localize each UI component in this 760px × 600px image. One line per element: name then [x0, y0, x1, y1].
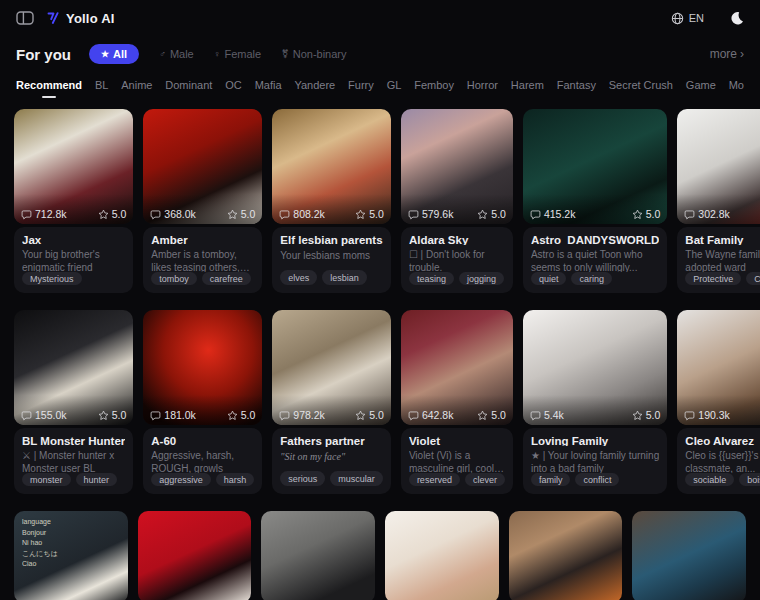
- category-tab-label: OC: [225, 79, 242, 91]
- category-tab[interactable]: Dominant: [165, 75, 212, 99]
- card-tag: Controlling: [746, 272, 760, 285]
- character-name: Astro_DANDYSWORLD: [531, 234, 659, 245]
- character-image: 155.0k 5.0: [14, 310, 133, 425]
- card-stats: 155.0k 5.0: [14, 395, 133, 425]
- character-description: Amber is a tomboy, likes teasing others,…: [151, 248, 254, 272]
- character-card[interactable]: 642.8k 5.0 Violet Violet (Vi) is a mascu…: [401, 310, 513, 494]
- star-icon: [477, 209, 488, 220]
- rating-value: 5.0: [491, 208, 506, 220]
- character-description: ⚔ | Monster hunter x Monster user BL: [22, 449, 125, 473]
- character-card-partial[interactable]: [261, 511, 375, 600]
- chat-bubble-icon: [150, 410, 161, 421]
- character-image: 808.2k 5.0: [272, 109, 391, 224]
- more-link[interactable]: more ›: [710, 47, 744, 61]
- category-tab[interactable]: Horror: [467, 75, 498, 99]
- card-info: Loving Family ★ | Your loving family tur…: [523, 428, 667, 494]
- category-tab[interactable]: Fantasy: [557, 75, 596, 99]
- category-tab[interactable]: Game: [686, 75, 716, 99]
- character-card[interactable]: 579.6k 5.0 Aldara Sky ☐ | Don't look for…: [401, 109, 513, 293]
- chat-bubble-icon: [21, 410, 32, 421]
- globe-icon: [671, 12, 684, 25]
- category-tab[interactable]: Anime: [121, 75, 152, 99]
- gender-filter-label: Male: [170, 48, 194, 60]
- chat-count-value: 368.0k: [164, 208, 196, 220]
- character-image: 302.8k 5.0: [677, 109, 760, 224]
- rating: 5.0: [632, 208, 661, 220]
- card-stats: 302.8k 5.0: [677, 194, 760, 224]
- chat-count-value: 579.6k: [422, 208, 454, 220]
- language-switch[interactable]: EN: [671, 12, 704, 25]
- chat-count: 415.2k: [530, 208, 576, 220]
- theme-toggle[interactable]: [730, 11, 744, 25]
- card-tags: aggressiveharsh: [151, 473, 254, 486]
- rating-value: 5.0: [491, 409, 506, 421]
- star-icon: [227, 410, 238, 421]
- character-card[interactable]: 5.4k 5.0 Loving Family ★ | Your loving f…: [523, 310, 667, 494]
- app-logo[interactable]: Yollo AI: [46, 11, 115, 26]
- chat-count: 302.8k: [684, 208, 730, 220]
- character-card[interactable]: 181.0k 5.0 A-60 Aggressive, harsh, ROUGH…: [143, 310, 262, 494]
- sidebar-toggle-icon[interactable]: [16, 11, 34, 25]
- character-card[interactable]: 808.2k 5.0 Elf lesbian parents Your lesb…: [272, 109, 391, 293]
- character-card-partial[interactable]: [509, 511, 623, 600]
- gender-filter-pill[interactable]: ♂ Male: [159, 48, 194, 60]
- rating: 5.0: [227, 409, 256, 421]
- partial-card-row: languageBonjourNi haoこんにちはCiao: [0, 494, 760, 600]
- gender-filter-icon: ♂: [159, 50, 166, 59]
- character-card-partial[interactable]: [632, 511, 746, 600]
- character-card-partial[interactable]: [385, 511, 499, 600]
- character-card[interactable]: 712.8k 5.0 Jax Your big brother's enigma…: [14, 109, 133, 293]
- image-text: Bonjour: [22, 528, 128, 539]
- category-tab[interactable]: OC: [225, 75, 242, 99]
- category-tab-label: Dominant: [165, 79, 212, 91]
- category-tab[interactable]: Recommend: [16, 75, 82, 99]
- rating-value: 5.0: [112, 208, 127, 220]
- rating: 5.0: [98, 208, 127, 220]
- category-tab[interactable]: Harem: [511, 75, 544, 99]
- rating: 5.0: [477, 208, 506, 220]
- category-tab[interactable]: Furry: [348, 75, 374, 99]
- chat-bubble-icon: [150, 209, 161, 220]
- card-tag: caring: [571, 272, 612, 285]
- character-image: 190.3k 5.0: [677, 310, 760, 425]
- category-tab-label: Harem: [511, 79, 544, 91]
- chat-count: 712.8k: [21, 208, 67, 220]
- character-card[interactable]: 978.2k 5.0 Fathers partner "Sit on my fa…: [272, 310, 391, 494]
- category-tab-label: Recommend: [16, 79, 82, 91]
- character-card-partial[interactable]: [138, 511, 252, 600]
- category-tab[interactable]: Mo: [729, 75, 744, 99]
- category-tab[interactable]: GL: [387, 75, 402, 99]
- category-tab[interactable]: Femboy: [414, 75, 454, 99]
- character-name: Amber: [151, 234, 254, 245]
- card-info: Cleo Alvarez Cleo is {{user}}'s seatmate…: [677, 428, 760, 494]
- card-tag: monster: [22, 473, 71, 486]
- gender-filter-pill[interactable]: ⚧ Non-binary: [281, 48, 346, 60]
- character-card[interactable]: 415.2k 5.0 Astro_DANDYSWORLD Astro is a …: [523, 109, 667, 293]
- character-card-partial[interactable]: languageBonjourNi haoこんにちはCiao: [14, 511, 128, 600]
- chat-count: 181.0k: [150, 409, 196, 421]
- category-tab-label: Yandere: [294, 79, 335, 91]
- gender-filter-label: All: [113, 48, 127, 60]
- card-grid: 712.8k 5.0 Jax Your big brother's enigma…: [0, 102, 760, 494]
- chat-count-value: 978.2k: [293, 409, 325, 421]
- category-tab[interactable]: Secret Crush: [609, 75, 673, 99]
- category-tab[interactable]: Yandere: [294, 75, 335, 99]
- category-tab[interactable]: BL: [95, 75, 108, 99]
- category-tab-label: Horror: [467, 79, 498, 91]
- character-image: 368.0k 5.0: [143, 109, 262, 224]
- chat-bubble-icon: [279, 410, 290, 421]
- character-card[interactable]: 155.0k 5.0 BL Monster Hunter ⚔ | Monster…: [14, 310, 133, 494]
- rating-value: 5.0: [241, 208, 256, 220]
- gender-filter-pill[interactable]: ★ All: [89, 44, 139, 64]
- chat-count: 368.0k: [150, 208, 196, 220]
- category-tab-label: Game: [686, 79, 716, 91]
- character-card[interactable]: 302.8k 5.0 Bat Family The Wayne family's…: [677, 109, 760, 293]
- chat-count: 579.6k: [408, 208, 454, 220]
- character-card[interactable]: 368.0k 5.0 Amber Amber is a tomboy, like…: [143, 109, 262, 293]
- gender-filter-icon: ♀: [214, 50, 221, 59]
- star-icon: [98, 209, 109, 220]
- character-card[interactable]: 190.3k 5.0 Cleo Alvarez Cleo is {{user}}…: [677, 310, 760, 494]
- category-tab[interactable]: Mafia: [255, 75, 282, 99]
- moon-icon: [730, 11, 744, 25]
- gender-filter-pill[interactable]: ♀ Female: [214, 48, 261, 60]
